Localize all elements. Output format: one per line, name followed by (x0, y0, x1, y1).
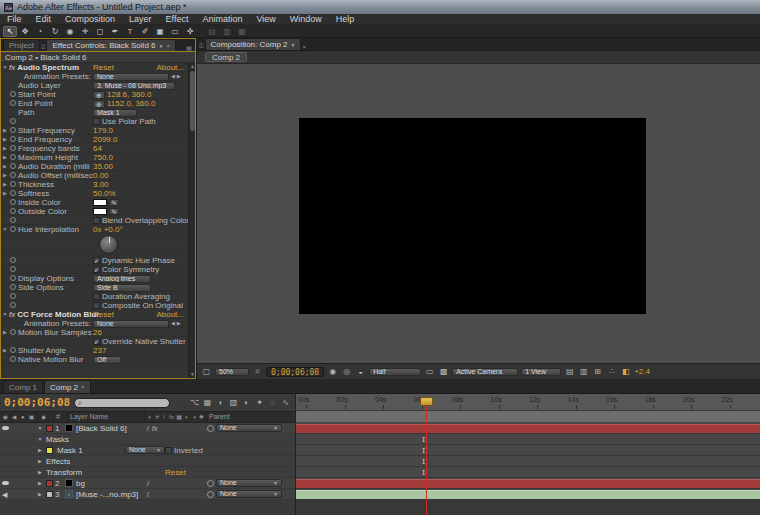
property-value[interactable]: 64 (93, 144, 102, 153)
timeline-track-row[interactable] (296, 478, 760, 489)
workspace-icon-1[interactable]: ▤ (205, 26, 219, 37)
eraser-tool[interactable]: ▭ (168, 26, 182, 37)
motion-blur-icon[interactable]: ◐ (241, 398, 252, 408)
exposure-value[interactable]: +2.4 (634, 367, 650, 376)
property-group-row[interactable]: ▶Effects (0, 456, 295, 467)
label-color-box[interactable] (46, 491, 53, 498)
layer-row[interactable]: ▶2bg/None▼ (0, 478, 295, 489)
layer-name[interactable]: [Black Solid 6] (76, 423, 147, 434)
composition-frame[interactable] (299, 118, 646, 314)
timeline-track-row[interactable]: I (296, 434, 760, 445)
expander-icon[interactable]: ▼ (36, 434, 44, 445)
expander-icon[interactable]: ▶ (36, 478, 44, 489)
stopwatch-icon[interactable] (10, 91, 16, 97)
close-icon[interactable]: × (81, 381, 85, 394)
reset-link[interactable]: Reset (165, 467, 295, 478)
menu-file[interactable]: File (0, 14, 29, 25)
audio-duration-bar[interactable] (296, 490, 760, 499)
draft-3d-icon[interactable]: ▦ (202, 398, 213, 408)
hand-tool[interactable]: ✥ (18, 26, 32, 37)
property-dropdown[interactable]: Mask 1 (93, 109, 137, 117)
property-dropdown[interactable]: 3. Muse - 08 Uno.mp3 (93, 82, 175, 90)
expander-icon[interactable]: ▶ (1, 162, 9, 171)
workspace-icon-3[interactable]: ▦ (235, 26, 249, 37)
choose-grid-icon[interactable]: ⊞ (592, 367, 603, 377)
keyframe-marker[interactable]: I (422, 457, 425, 466)
current-time-field[interactable]: 0;00;06;08 (4, 396, 70, 409)
checkbox[interactable] (93, 217, 100, 224)
property-value[interactable]: 750.0 (93, 153, 113, 162)
expander-icon[interactable]: ▶ (1, 135, 9, 144)
selection-tool[interactable]: ↖ (3, 26, 17, 37)
close-icon[interactable]: × (302, 44, 306, 50)
magnification-dropdown[interactable]: 50% (215, 368, 249, 376)
stopwatch-icon[interactable] (10, 257, 16, 263)
property-value[interactable]: 3.00 (93, 180, 109, 189)
eyedropper-icon[interactable]: ✎ (109, 208, 119, 215)
property-dropdown[interactable]: Off (93, 356, 121, 364)
snapshot-icon[interactable]: ◉ (327, 367, 338, 377)
stopwatch-icon[interactable] (10, 329, 16, 335)
property-value[interactable]: 50.0% (93, 189, 116, 198)
checkbox[interactable]: ✓ (93, 266, 100, 273)
mask-mode-dropdown[interactable]: None▼ (125, 446, 165, 454)
property-value[interactable]: 26 (93, 328, 102, 337)
stopwatch-icon[interactable] (10, 347, 16, 353)
pen-tool[interactable]: ✒ (108, 26, 122, 37)
eye-icon[interactable] (2, 481, 9, 485)
frame-blend-icon[interactable]: ▧ (228, 398, 239, 408)
region-of-interest-icon[interactable]: ▢ (201, 367, 212, 377)
mini-flowchart-icon[interactable]: ∴ (606, 367, 617, 377)
group-name[interactable]: Transform (44, 467, 163, 478)
menu-effect[interactable]: Effect (159, 14, 196, 25)
layer-name[interactable]: [Muse -...no.mp3] (76, 489, 147, 500)
layer-row[interactable]: ▼1[Black Solid 6]/fxNone▼ (0, 423, 295, 434)
expander-icon[interactable]: ▶ (36, 456, 44, 467)
parent-column-header[interactable]: Parent (207, 411, 295, 423)
puppet-pin-tool[interactable]: ✜ (183, 26, 197, 37)
time-ruler[interactable]: 00s02s04s06s08s10s12s14s16s18s20s22s (296, 394, 760, 411)
chevron-down-icon[interactable]: ▼ (159, 40, 164, 52)
close-icon[interactable]: × (166, 40, 170, 52)
stopwatch-icon[interactable] (10, 118, 16, 124)
stopwatch-icon[interactable] (10, 356, 16, 362)
property-value[interactable]: 179.0 (93, 126, 113, 135)
title-bar[interactable]: Ae Adobe After Effects - Untitled Projec… (0, 0, 760, 14)
comp-timecode[interactable]: 0;00;06;08 (266, 367, 324, 377)
stopwatch-icon[interactable] (10, 172, 16, 178)
property-dropdown[interactable]: Side B (93, 284, 151, 292)
menu-help[interactable]: Help (329, 14, 362, 25)
group-name[interactable]: Masks (44, 434, 295, 445)
timeline-track-row[interactable]: I (296, 467, 760, 478)
expander-icon[interactable]: ▶ (1, 126, 9, 135)
layer-duration-bar[interactable] (296, 424, 760, 433)
expander-icon[interactable]: ▶ (1, 171, 9, 180)
pick-whip-icon[interactable] (207, 480, 214, 487)
title-action-safe-icon[interactable]: ⌗ (252, 367, 263, 377)
property-group-row[interactable]: ▼Masks (0, 434, 295, 445)
speaker-icon[interactable]: ◀ (2, 489, 7, 500)
eyedropper-icon[interactable]: ✎ (109, 199, 119, 206)
stopwatch-icon[interactable] (10, 226, 16, 232)
color-swatch[interactable] (93, 199, 107, 206)
mask-row[interactable]: ▶Mask 1None▼Inverted (0, 445, 295, 456)
stopwatch-icon[interactable] (10, 284, 16, 290)
mask-shape-tool[interactable]: ◻ (93, 26, 107, 37)
transparency-grid-icon[interactable]: ▩ (438, 367, 449, 377)
scroll-up-icon[interactable]: ▲ (189, 63, 196, 70)
keyframe-marker[interactable]: I (422, 446, 425, 455)
stopwatch-icon[interactable] (10, 100, 16, 106)
expander-icon[interactable]: ▶ (36, 489, 44, 500)
tab-comp2[interactable]: Comp 2 × (44, 380, 91, 393)
pick-whip-icon[interactable] (207, 491, 214, 498)
expander-icon[interactable]: ▶ (36, 445, 44, 456)
checkbox[interactable] (93, 302, 100, 309)
show-snapshot-icon[interactable]: ◎ (341, 367, 352, 377)
label-color-box[interactable] (46, 425, 53, 432)
stopwatch-icon[interactable] (10, 145, 16, 151)
expander-icon[interactable]: ▶ (1, 328, 9, 337)
property-value[interactable]: 128.6, 360.0 (107, 90, 151, 99)
expander-icon[interactable]: ▶ (36, 467, 44, 478)
tab-project[interactable]: Project (3, 39, 40, 51)
property-dropdown[interactable]: Analog lines (93, 275, 151, 283)
